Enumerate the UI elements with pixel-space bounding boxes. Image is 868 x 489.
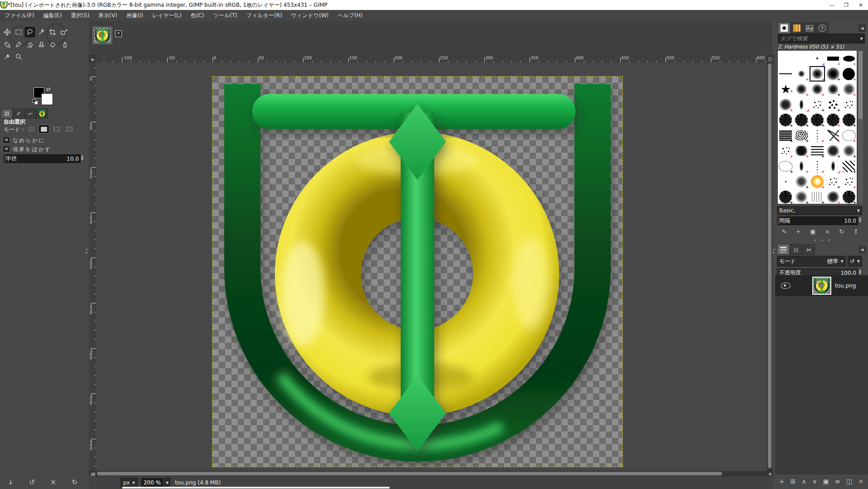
refresh-brushes-button[interactable]: ↻ bbox=[839, 228, 844, 235]
brush-cell-bar[interactable]: + bbox=[825, 51, 841, 66]
brush-cell-vstroke[interactable] bbox=[825, 158, 841, 174]
brush-cell-splat[interactable]: + bbox=[794, 82, 810, 97]
panel-resize-grip[interactable]: • • • bbox=[814, 238, 832, 243]
canvas-viewport[interactable] bbox=[96, 62, 767, 471]
brush-cell-specks[interactable]: + bbox=[841, 174, 857, 189]
layer-mode-dropdown[interactable]: モード 標準 ▼ bbox=[777, 256, 846, 267]
brush-cell-dots[interactable]: + bbox=[825, 97, 841, 112]
brush-cell-spray[interactable]: + bbox=[810, 158, 825, 174]
brush-cell-splat[interactable]: + bbox=[810, 82, 825, 97]
delete-preset-button[interactable]: × bbox=[50, 478, 56, 486]
menu-layer[interactable]: レイヤー(L) bbox=[148, 10, 186, 21]
tab-layers[interactable] bbox=[777, 244, 790, 255]
tool-zoom[interactable] bbox=[13, 51, 24, 62]
brush-cell-vstroke[interactable]: + bbox=[794, 158, 810, 174]
menu-filters[interactable]: フィルター(R) bbox=[242, 10, 287, 21]
brush-cell-hatch[interactable]: + bbox=[810, 143, 825, 158]
open-brush-button[interactable]: ↥ bbox=[854, 228, 858, 235]
vertical-ruler[interactable]: 050100150200250300350400 bbox=[89, 62, 96, 471]
mode-intersect-button[interactable] bbox=[64, 125, 74, 133]
brush-cell-splat[interactable]: + bbox=[825, 82, 841, 97]
tab-undo-history[interactable]: ↩ bbox=[24, 109, 36, 119]
visibility-eye-icon[interactable] bbox=[781, 283, 791, 289]
tab-help[interactable]: ? bbox=[816, 22, 829, 34]
tool-clone[interactable] bbox=[36, 39, 47, 50]
anchor-layer-button[interactable]: ◫ bbox=[846, 478, 852, 485]
horizontal-scrollbar[interactable] bbox=[96, 471, 767, 476]
image-tab[interactable] bbox=[92, 25, 113, 45]
brush-cell-acrylic[interactable]: + bbox=[841, 189, 857, 204]
tool-color-picker[interactable] bbox=[2, 51, 13, 62]
tab-tool-options[interactable]: 🖼 bbox=[1, 109, 13, 119]
tab-device-status[interactable]: ✐ bbox=[13, 109, 24, 119]
vertical-scrollbar[interactable] bbox=[767, 62, 772, 471]
tool-ink[interactable] bbox=[58, 39, 69, 50]
zoom-dropdown[interactable]: ▼ bbox=[164, 478, 170, 488]
tool-eraser[interactable] bbox=[24, 39, 35, 50]
brush-cell-acrylic[interactable]: + bbox=[794, 112, 810, 128]
unit-dropdown[interactable]: px ▼ bbox=[121, 478, 138, 488]
new-brush-button[interactable]: + bbox=[796, 228, 801, 235]
zoom-fit-button[interactable] bbox=[767, 55, 773, 63]
tool-free-select[interactable] bbox=[24, 27, 35, 38]
brush-cell-acrylic[interactable]: + bbox=[841, 112, 857, 128]
brush-cell-dot[interactable] bbox=[810, 51, 825, 66]
tab-fonts[interactable]: Aa bbox=[803, 22, 816, 34]
opacity-spinner[interactable]: ▲▼ bbox=[858, 269, 863, 275]
tool-rectangle-select[interactable] bbox=[13, 27, 24, 38]
image-tab-close-icon[interactable]: × bbox=[115, 30, 122, 37]
swap-colors-icon[interactable]: ⇄ bbox=[46, 86, 51, 92]
brush-cell-grass[interactable]: + bbox=[810, 189, 825, 204]
brush-search-input[interactable]: タグで検索 ▼ bbox=[778, 34, 865, 43]
maximize-button[interactable]: ❒ bbox=[839, 0, 854, 10]
brush-cell-acrylic[interactable]: + bbox=[778, 189, 794, 204]
spacing-spinner[interactable]: ▲▼ bbox=[858, 217, 863, 223]
brush-cell-sketch[interactable]: + bbox=[841, 128, 857, 143]
menu-windows[interactable]: ウィンドウ(W) bbox=[287, 10, 333, 21]
menu-tools[interactable]: ツール(T) bbox=[208, 10, 241, 21]
brush-cell-scribble[interactable]: + bbox=[794, 128, 810, 143]
spacing-slider[interactable]: 間隔 10.0 bbox=[777, 216, 858, 225]
menu-image[interactable]: 画像(I) bbox=[122, 10, 148, 21]
brush-cell-ellipse[interactable]: + bbox=[841, 51, 857, 66]
menu-colors[interactable]: 色(C) bbox=[186, 10, 209, 21]
tool-smudge[interactable] bbox=[47, 39, 58, 50]
brush-cell-star[interactable]: ★+ bbox=[778, 82, 794, 97]
brush-cell-chalk[interactable]: + bbox=[778, 97, 794, 112]
brush-cell-soft-m[interactable]: + bbox=[810, 66, 825, 82]
new-layer-button[interactable]: + bbox=[779, 478, 785, 485]
brush-cell-circle[interactable]: + bbox=[841, 66, 857, 82]
panel-menu-button[interactable]: ◀ bbox=[858, 24, 866, 32]
brush-cell-fuzzy[interactable]: + bbox=[794, 174, 810, 189]
lower-layer-button[interactable]: ∨ bbox=[812, 478, 817, 485]
zoom-input[interactable]: 200 % bbox=[141, 478, 163, 487]
brush-cell-block[interactable]: + bbox=[794, 143, 810, 158]
brush-cell-acrylic[interactable]: + bbox=[825, 112, 841, 128]
delete-brush-button[interactable]: × bbox=[825, 228, 830, 235]
save-preset-button[interactable]: ↓ bbox=[8, 478, 14, 486]
brush-cell-acrylic[interactable]: + bbox=[778, 112, 794, 128]
menu-file[interactable]: ファイル(F) bbox=[0, 10, 39, 21]
menu-edit[interactable]: 編集(E) bbox=[39, 10, 66, 21]
tab-channels[interactable]: ||| bbox=[790, 244, 802, 255]
brush-cell-fuzzy[interactable]: + bbox=[794, 189, 810, 204]
brush-cell-soft-s[interactable]: + bbox=[794, 66, 810, 82]
background-color-swatch[interactable] bbox=[42, 94, 53, 105]
brush-cell-specks[interactable] bbox=[841, 97, 857, 112]
brush-cell-specks[interactable]: + bbox=[810, 97, 825, 112]
radius-slider[interactable]: 半径 10.0 bbox=[4, 154, 81, 163]
tool-transform[interactable] bbox=[58, 27, 69, 38]
brush-cell-specks[interactable]: + bbox=[778, 143, 794, 158]
blend-space-button[interactable]: ↺ ▼ bbox=[848, 256, 862, 267]
brush-cell-spray[interactable]: + bbox=[810, 128, 825, 143]
brush-cell-line[interactable] bbox=[778, 66, 794, 82]
layer-row[interactable]: tou.png bbox=[775, 275, 868, 296]
brush-cell-fire[interactable]: + bbox=[810, 174, 825, 189]
duplicate-layer-button[interactable]: ▣ bbox=[823, 478, 829, 485]
edit-brush-button[interactable]: ✎ bbox=[781, 228, 786, 235]
brush-cell-empty[interactable] bbox=[778, 51, 794, 66]
menu-select[interactable]: 選択(S) bbox=[66, 10, 94, 21]
tool-crop[interactable] bbox=[47, 27, 58, 38]
brush-cell-fuzzy[interactable]: + bbox=[841, 143, 857, 158]
default-colors-icon[interactable] bbox=[33, 99, 37, 103]
